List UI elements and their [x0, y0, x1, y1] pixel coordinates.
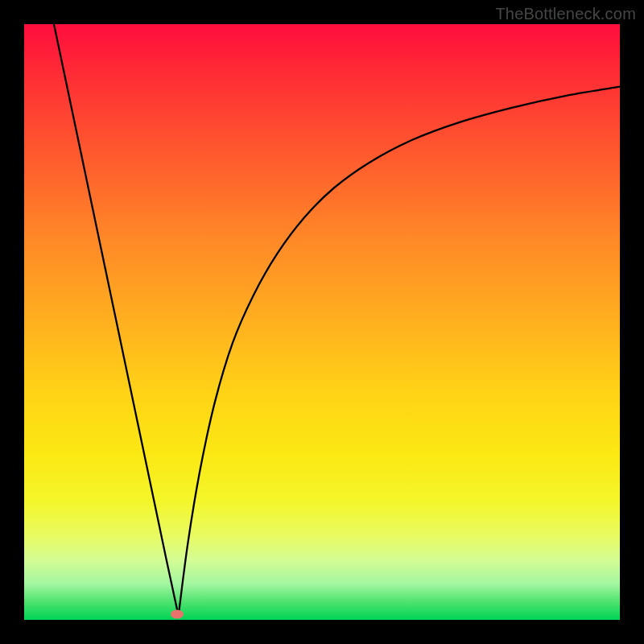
watermark-text: TheBottleneck.com: [495, 5, 636, 23]
curve-left-branch: [54, 24, 179, 616]
plot-area: [24, 24, 620, 620]
minimum-marker: [171, 610, 184, 619]
chart-frame: TheBottleneck.com: [0, 0, 644, 644]
chart-curves: [24, 24, 620, 620]
curve-right-branch: [179, 87, 620, 616]
